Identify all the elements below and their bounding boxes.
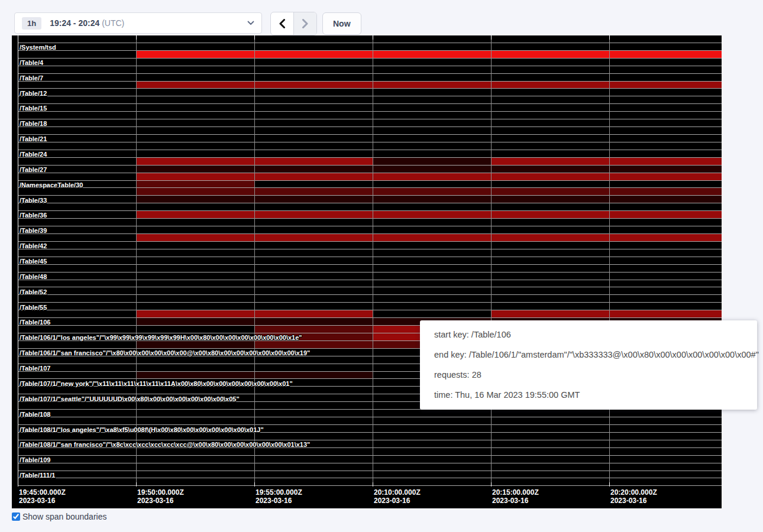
heatmap-cell[interactable] (373, 456, 491, 463)
heatmap-cell[interactable] (18, 417, 136, 425)
heatmap-cell[interactable] (491, 287, 609, 295)
heatmap-cell[interactable] (609, 188, 722, 196)
heatmap-cell[interactable] (136, 82, 254, 89)
heatmap-cell[interactable] (609, 280, 722, 288)
heatmap-cell[interactable] (609, 196, 722, 203)
heatmap-cell[interactable] (609, 66, 722, 74)
heatmap-cell[interactable] (373, 242, 491, 249)
prev-range-button[interactable] (271, 12, 293, 35)
heatmap-cell[interactable] (373, 471, 491, 479)
heatmap-cell[interactable] (609, 456, 722, 463)
heatmap-cell[interactable] (609, 74, 722, 82)
heatmap-cell[interactable] (373, 280, 491, 288)
heatmap-cell[interactable] (373, 226, 491, 234)
heatmap-cell[interactable] (609, 135, 722, 142)
heatmap-cell[interactable] (18, 249, 136, 257)
heatmap-cell[interactable] (18, 295, 136, 303)
heatmap-cell[interactable] (254, 364, 373, 372)
heatmap-cell[interactable] (136, 257, 254, 265)
heatmap-cell[interactable] (373, 104, 491, 112)
heatmap-cell[interactable] (136, 387, 254, 394)
heatmap-cell[interactable] (136, 59, 254, 66)
heatmap-cell[interactable] (136, 372, 254, 379)
heatmap-cell[interactable] (609, 89, 722, 96)
heatmap-cell[interactable] (609, 234, 722, 242)
heatmap-cell[interactable] (609, 440, 722, 448)
heatmap-cell[interactable] (609, 425, 722, 433)
heatmap-cell[interactable] (18, 35, 136, 43)
heatmap-cell[interactable] (136, 89, 254, 96)
heatmap-cell[interactable] (136, 51, 254, 59)
heatmap-cell[interactable] (136, 135, 254, 142)
heatmap-cell[interactable] (136, 196, 254, 203)
heatmap-cell[interactable] (373, 303, 491, 310)
heatmap-cell[interactable] (373, 112, 491, 119)
heatmap-cell[interactable] (136, 211, 254, 219)
heatmap-cell[interactable] (609, 96, 722, 104)
heatmap-cell[interactable] (18, 188, 136, 196)
heatmap-cell[interactable] (254, 173, 373, 181)
heatmap-cell[interactable] (254, 356, 373, 364)
heatmap-cell[interactable] (491, 478, 609, 486)
heatmap-cell[interactable] (491, 303, 609, 310)
heatmap-cell[interactable] (18, 372, 136, 379)
heatmap-cell[interactable] (136, 181, 254, 189)
heatmap-cell[interactable] (254, 402, 373, 410)
heatmap-cell[interactable] (136, 173, 254, 181)
heatmap-cell[interactable] (609, 478, 722, 486)
heatmap-cell[interactable] (18, 203, 136, 211)
heatmap-cell[interactable] (609, 226, 722, 234)
heatmap-cell[interactable] (491, 142, 609, 150)
heatmap-cell[interactable] (254, 226, 373, 234)
heatmap-cell[interactable] (254, 66, 373, 74)
heatmap-cell[interactable] (373, 188, 491, 196)
heatmap-cell[interactable] (18, 402, 136, 410)
heatmap-cell[interactable] (609, 59, 722, 66)
heatmap-cell[interactable] (136, 280, 254, 288)
heatmap-cell[interactable] (136, 43, 254, 51)
heatmap-cell[interactable] (254, 211, 373, 219)
heatmap-cell[interactable] (136, 326, 254, 333)
heatmap-cell[interactable] (254, 35, 373, 43)
heatmap-cell[interactable] (609, 43, 722, 51)
heatmap-cell[interactable] (18, 463, 136, 471)
heatmap-cell[interactable] (254, 188, 373, 196)
heatmap-cell[interactable] (373, 82, 491, 89)
heatmap-cell[interactable] (373, 119, 491, 127)
heatmap-cell[interactable] (373, 59, 491, 66)
heatmap-cell[interactable] (18, 66, 136, 74)
heatmap-cell[interactable] (491, 433, 609, 440)
heatmap-chart[interactable]: /System/tsd/Table/4/Table/7/Table/12/Tab… (12, 35, 722, 486)
heatmap-cell[interactable] (136, 234, 254, 242)
heatmap-cell[interactable] (254, 265, 373, 273)
heatmap-cell[interactable] (373, 181, 491, 189)
heatmap-cell[interactable] (136, 456, 254, 463)
heatmap-cell[interactable] (254, 471, 373, 479)
heatmap-cell[interactable] (491, 448, 609, 456)
heatmap-cell[interactable] (609, 287, 722, 295)
heatmap-cell[interactable] (373, 173, 491, 181)
heatmap-cell[interactable] (491, 119, 609, 127)
heatmap-cell[interactable] (609, 181, 722, 189)
heatmap-cell[interactable] (254, 410, 373, 417)
heatmap-cell[interactable] (18, 478, 136, 486)
heatmap-cell[interactable] (609, 35, 722, 43)
heatmap-cell[interactable] (373, 135, 491, 142)
heatmap-cell[interactable] (254, 318, 373, 326)
heatmap-cell[interactable] (136, 74, 254, 82)
heatmap-cell[interactable] (18, 265, 136, 273)
heatmap-cell[interactable] (609, 265, 722, 273)
heatmap-cell[interactable] (491, 43, 609, 51)
heatmap-cell[interactable] (136, 104, 254, 112)
heatmap-cell[interactable] (18, 433, 136, 440)
heatmap-cell[interactable] (373, 158, 491, 166)
heatmap-cell[interactable] (373, 410, 491, 417)
heatmap-cell[interactable] (609, 119, 722, 127)
heatmap-cell[interactable] (373, 257, 491, 265)
heatmap-cell[interactable] (491, 35, 609, 43)
heatmap-cell[interactable] (491, 112, 609, 119)
heatmap-cell[interactable] (609, 142, 722, 150)
heatmap-cell[interactable] (136, 364, 254, 372)
heatmap-cell[interactable] (136, 35, 254, 43)
heatmap-cell[interactable] (254, 425, 373, 433)
